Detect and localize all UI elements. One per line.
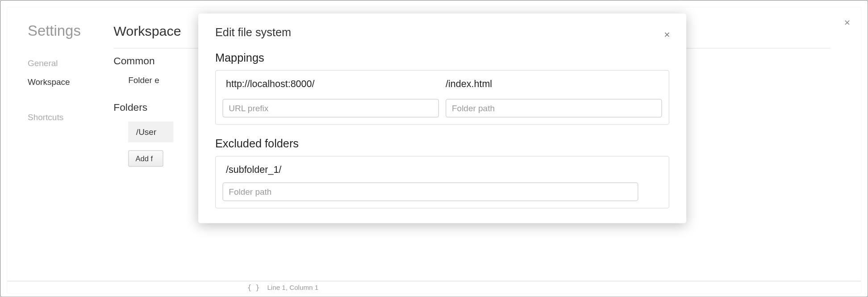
- settings-nav-general[interactable]: General: [28, 55, 98, 71]
- mapping-row[interactable]: http://localhost:8000/ /index.html: [222, 77, 662, 93]
- dialog-title: Edit file system: [215, 26, 669, 39]
- add-folder-button[interactable]: Add f: [128, 150, 163, 167]
- url-prefix-input[interactable]: [222, 99, 438, 117]
- excluded-folder-item[interactable]: /subfolder_1/: [222, 163, 662, 183]
- mappings-box: http://localhost:8000/ /index.html: [215, 70, 669, 125]
- settings-nav-shortcuts[interactable]: Shortcuts: [28, 109, 98, 125]
- settings-sidebar: Settings General Workspace Shortcuts: [7, 7, 103, 293]
- edit-file-system-dialog: × Edit file system Mappings http://local…: [198, 13, 686, 223]
- settings-close-icon[interactable]: ×: [842, 17, 853, 29]
- excluded-folders-heading: Excluded folders: [215, 137, 669, 150]
- excluded-folders-box: /subfolder_1/: [215, 156, 669, 209]
- mapping-url-value: http://localhost:8000/: [226, 79, 439, 90]
- braces-icon[interactable]: { }: [247, 284, 259, 292]
- dialog-close-icon[interactable]: ×: [661, 29, 672, 41]
- status-bar: { } Line 1, Column 1: [7, 281, 860, 293]
- cursor-position: Line 1, Column 1: [267, 284, 318, 292]
- mapping-path-value: /index.html: [446, 79, 659, 90]
- folder-path-input[interactable]: [446, 99, 662, 117]
- folder-item[interactable]: /User: [128, 121, 173, 142]
- mappings-heading: Mappings: [215, 51, 669, 64]
- settings-nav-workspace[interactable]: Workspace: [28, 74, 98, 89]
- settings-title: Settings: [28, 22, 98, 39]
- excluded-folder-input[interactable]: [222, 183, 638, 201]
